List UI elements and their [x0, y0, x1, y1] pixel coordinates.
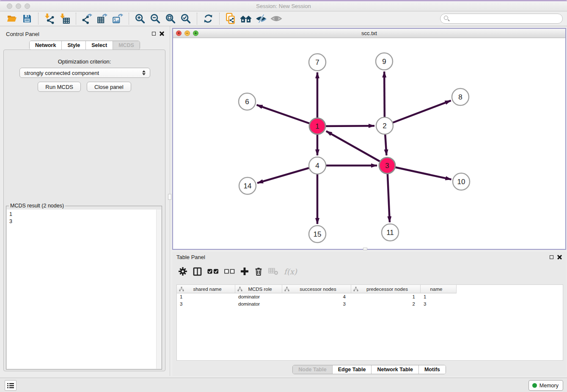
toolbar-separator: [219, 13, 220, 25]
hide-details-icon[interactable]: [253, 12, 269, 25]
panel-splitter[interactable]: [170, 26, 170, 376]
task-history-button[interactable]: [5, 380, 17, 391]
deselect-all-icon[interactable]: [224, 265, 235, 277]
edge-3-10[interactable]: [387, 166, 451, 179]
edge-3-1[interactable]: [326, 131, 387, 166]
graph-node-label: 8: [458, 93, 462, 101]
control-panel: Control Panel Network Style Select MCDS …: [0, 26, 169, 376]
clone-network-icon[interactable]: [223, 12, 238, 25]
table-panel-tabs: Node Table Edge Table Network Table Moti…: [292, 365, 446, 374]
toolbar-search: [440, 14, 563, 24]
network-splitter-grip[interactable]: [363, 248, 367, 250]
column-header-successor-nodes[interactable]: successor nodes: [282, 285, 351, 293]
app-titlebar: Session: New Session: [0, 1, 567, 11]
import-table-icon[interactable]: [57, 12, 72, 25]
window-title: Session: New Session: [0, 3, 567, 9]
close-panel-button[interactable]: Close panel: [87, 82, 131, 92]
mcds-result-list[interactable]: 1 3: [7, 210, 161, 369]
mcds-result-title: MCDS result (2 nodes): [9, 203, 65, 209]
column-type-icon: [237, 287, 242, 292]
float-table-panel-icon[interactable]: [550, 255, 553, 259]
tab-style[interactable]: Style: [62, 41, 86, 50]
close-panel-icon[interactable]: [160, 31, 164, 36]
import-network-icon[interactable]: [42, 12, 57, 25]
tab-network-table[interactable]: Network Table: [372, 365, 419, 374]
column-header-shared-name[interactable]: shared name: [177, 285, 235, 293]
export-network-icon[interactable]: [80, 12, 95, 25]
close-table-panel-icon[interactable]: [557, 255, 562, 259]
tab-motifs[interactable]: Motifs: [419, 365, 446, 374]
tab-edge-table[interactable]: Edge Table: [333, 365, 372, 374]
list-icon: [7, 383, 14, 389]
splitter-grip[interactable]: [168, 194, 171, 200]
graph-node-label: 15: [314, 230, 322, 238]
network-window-titlebar[interactable]: × − + scc.txt: [173, 29, 565, 38]
delete-row-icon[interactable]: [254, 265, 263, 277]
column-header-mcds-role[interactable]: MCDS role: [235, 285, 282, 293]
open-session-icon[interactable]: [4, 12, 19, 25]
graph-node-label: 10: [457, 178, 465, 186]
toggle-columns-icon[interactable]: [193, 265, 202, 277]
graph-node-label: 2: [383, 122, 386, 130]
export-image-icon[interactable]: [110, 12, 125, 25]
add-row-icon[interactable]: [240, 265, 249, 277]
optimization-criterion-label: Optimization criterion:: [4, 58, 165, 65]
zoom-in-icon[interactable]: [132, 12, 148, 25]
table-panel: Table Panel f(x) share: [172, 252, 566, 376]
search-icon: [444, 16, 448, 20]
graph-node-label: 1: [315, 122, 319, 130]
memory-button[interactable]: Memory: [528, 380, 563, 391]
function-builder-icon: f(x): [284, 265, 297, 277]
control-panel-title: Control Panel: [6, 31, 39, 37]
table-row[interactable]: 1 dominator 4 1 1: [177, 293, 563, 301]
column-type-icon: [284, 287, 289, 292]
graph-node-label: 7: [315, 58, 319, 66]
graph-node-label: 6: [245, 98, 249, 106]
tab-network[interactable]: Network: [30, 41, 62, 50]
table-panel-title: Table Panel: [176, 254, 205, 260]
run-mcds-button[interactable]: Run MCDS: [38, 82, 81, 92]
graph-node-label: 14: [244, 182, 252, 190]
column-type-icon: [179, 287, 184, 292]
tab-node-table[interactable]: Node Table: [293, 365, 332, 374]
tab-mcds[interactable]: MCDS: [113, 41, 140, 50]
status-bar: Memory: [0, 378, 567, 392]
network-title: scc.txt: [173, 30, 565, 36]
criterion-select[interactable]: strongly connected component: [19, 68, 150, 78]
column-type-icon: [353, 287, 358, 292]
result-scrollbar[interactable]: [156, 210, 161, 369]
edge-2-8[interactable]: [385, 101, 451, 126]
zoom-out-icon[interactable]: [148, 12, 163, 25]
export-table-icon[interactable]: [95, 12, 110, 25]
refresh-layout-icon[interactable]: [201, 12, 216, 25]
show-details-icon: [269, 12, 284, 25]
memory-label: Memory: [539, 383, 559, 389]
criterion-value: strongly connected component: [24, 70, 99, 76]
column-header-name[interactable]: name: [421, 285, 457, 293]
result-item: 3: [9, 218, 159, 225]
zoom-fit-icon[interactable]: [163, 12, 178, 25]
column-header-predecessor-nodes[interactable]: predecessor nodes: [351, 285, 421, 293]
search-input[interactable]: [440, 14, 563, 24]
edge-1-6[interactable]: [257, 105, 317, 126]
mcds-panel-body: Optimization criterion: strongly connect…: [3, 50, 165, 371]
control-panel-tabs: Network Style Select MCDS: [29, 41, 140, 50]
main-toolbar: [0, 11, 567, 26]
select-stepper-icon: [142, 70, 146, 75]
settings-gear-icon[interactable]: [178, 265, 187, 277]
toolbar-separator: [38, 13, 39, 25]
result-item: 1: [9, 211, 159, 218]
float-panel-icon[interactable]: [152, 32, 156, 36]
zoom-selected-icon[interactable]: [178, 12, 193, 25]
table-row[interactable]: 3 dominator 3 2 3: [177, 301, 563, 308]
network-canvas[interactable]: 7968124314101511: [173, 38, 565, 249]
tab-select[interactable]: Select: [86, 41, 113, 50]
edge-4-14[interactable]: [257, 166, 317, 183]
network-window: × − + scc.txt 7968124314101511: [172, 28, 566, 250]
save-session-icon[interactable]: [19, 12, 35, 25]
select-all-icon[interactable]: [207, 265, 219, 277]
graph-node-label: 4: [315, 162, 319, 170]
node-table[interactable]: shared name MCDS role successor nodes pr…: [176, 284, 563, 361]
toolbar-separator: [76, 13, 76, 25]
first-neighbors-icon[interactable]: [238, 12, 253, 25]
